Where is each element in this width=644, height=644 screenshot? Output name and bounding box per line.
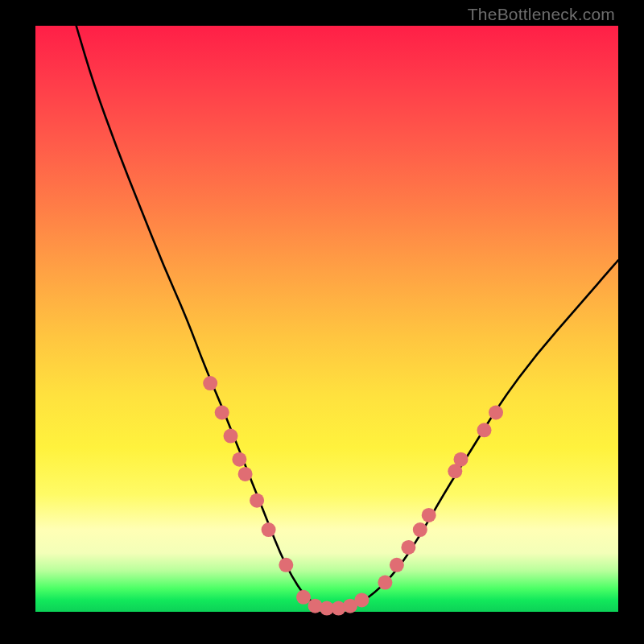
marker-group xyxy=(203,376,503,615)
curve-marker xyxy=(250,493,264,508)
curve-marker xyxy=(390,558,404,572)
curve-marker xyxy=(203,376,217,390)
curve-marker xyxy=(215,406,229,420)
curve-marker xyxy=(413,522,427,537)
curve-group xyxy=(76,26,618,609)
curve-marker xyxy=(354,592,369,607)
curve-marker xyxy=(477,423,492,437)
curve-marker xyxy=(489,406,503,420)
curve-marker xyxy=(279,558,293,572)
curve-marker xyxy=(454,452,469,467)
chart-stage: TheBottleneck.com xyxy=(0,0,644,644)
curve-marker xyxy=(422,508,436,522)
curve-marker xyxy=(262,522,276,537)
watermark-text: TheBottleneck.com xyxy=(468,5,615,24)
bottleneck-curve-path xyxy=(76,26,618,609)
curve-marker xyxy=(378,576,392,590)
bottleneck-curve-svg xyxy=(35,26,618,612)
curve-marker xyxy=(232,452,246,467)
curve-marker xyxy=(296,590,311,605)
curve-marker xyxy=(401,540,415,555)
curve-marker xyxy=(224,429,238,444)
plot-area xyxy=(35,26,618,612)
curve-marker xyxy=(238,467,253,481)
